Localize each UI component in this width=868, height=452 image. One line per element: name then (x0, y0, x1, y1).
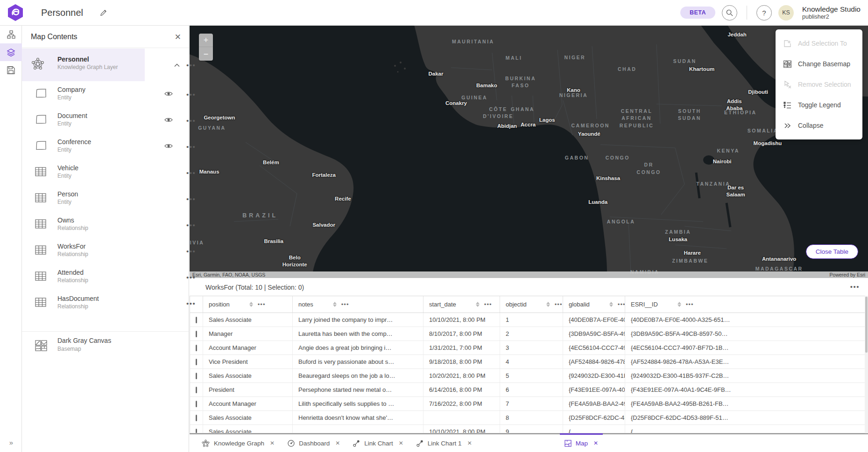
tab-link-chart-1[interactable]: Link Chart 1 ✕ (410, 434, 479, 452)
row-select-cell[interactable] (190, 369, 203, 382)
table-row[interactable]: Sales Associate…10/10/2021, 8:00 PM9{…{… (190, 425, 868, 433)
layer-item-conference[interactable]: Conference Entity ••• (22, 133, 189, 160)
visibility-eye-icon[interactable] (164, 90, 173, 98)
layer-item-attended[interactable]: Attended Relationship ••• (22, 264, 189, 290)
tab-dashboard[interactable]: Dashboard ✕ (281, 434, 346, 452)
layer-item-hasdocument[interactable]: HasDocument Relationship ••• (22, 290, 189, 316)
search-button[interactable] (722, 5, 737, 21)
column-options-icon[interactable]: ••• (555, 301, 563, 308)
row-select-cell[interactable] (190, 355, 203, 369)
basemap-item[interactable]: Dark Gray Canvas Basemap (22, 335, 189, 358)
row-select-cell[interactable] (190, 341, 203, 355)
layer-options-icon[interactable]: ••• (186, 143, 196, 151)
zoom-out-button[interactable]: − (199, 47, 213, 61)
sort-icon[interactable] (333, 302, 337, 307)
sort-icon[interactable] (677, 302, 681, 307)
table-row[interactable]: Account ManagerAngie does a great job br… (190, 341, 868, 355)
sort-icon[interactable] (476, 302, 480, 307)
layer-options-icon[interactable]: ••• (186, 61, 196, 69)
table-options-icon[interactable]: ••• (850, 283, 860, 291)
save-tool[interactable] (0, 61, 22, 79)
row-select-cell[interactable] (190, 411, 203, 424)
layer-item-document[interactable]: Document Entity ••• (22, 107, 189, 133)
column-options-icon[interactable]: ••• (484, 301, 492, 308)
layer-options-icon[interactable]: ••• (186, 299, 196, 307)
layer-item-owns[interactable]: Owns Relationship ••• (22, 212, 189, 238)
chevron-up-icon[interactable] (174, 61, 180, 69)
table-row[interactable]: Vice PresidentBuford is very passionate … (190, 355, 868, 369)
column-options-icon[interactable]: ••• (341, 301, 349, 308)
close-panel-icon[interactable]: ✕ (175, 32, 181, 42)
row-checkbox[interactable] (196, 387, 197, 393)
layer-options-icon[interactable]: ••• (186, 90, 196, 98)
data-model-tool[interactable] (0, 26, 22, 43)
menu-item-collapse[interactable]: Collapse (776, 115, 862, 136)
row-checkbox[interactable] (196, 429, 197, 434)
sort-icon[interactable] (249, 302, 253, 307)
close-tab-icon[interactable]: ✕ (270, 440, 275, 446)
column-header-notes[interactable]: notes ••• (293, 296, 423, 313)
table-row[interactable]: PresidentPersephone started new metal o…… (190, 383, 868, 397)
column-header-start_date[interactable]: start_date ••• (423, 296, 500, 313)
close-tab-icon[interactable]: ✕ (467, 440, 472, 446)
row-select-cell[interactable] (190, 383, 203, 396)
row-checkbox[interactable] (196, 317, 197, 323)
table-row[interactable]: Sales AssociateBeauregard sleeps on the … (190, 369, 868, 383)
layer-options-icon[interactable]: ••• (186, 117, 196, 125)
column-options-icon[interactable]: ••• (258, 301, 266, 308)
zoom-in-button[interactable]: + (199, 34, 213, 47)
layer-item-company[interactable]: Company Entity ••• (22, 81, 189, 107)
close-tab-icon[interactable]: ✕ (399, 440, 403, 446)
sort-icon[interactable] (546, 302, 550, 307)
close-tab-icon[interactable]: ✕ (335, 440, 340, 446)
column-header-position[interactable]: position ••• (203, 296, 293, 313)
row-checkbox[interactable] (196, 415, 197, 421)
avatar[interactable]: KS (778, 5, 794, 21)
layer-item-vehicle[interactable]: Vehicle Entity ••• (22, 160, 189, 186)
layer-item-worksfor[interactable]: WorksFor Relationship ••• (22, 238, 189, 264)
row-checkbox[interactable] (196, 359, 197, 365)
row-checkbox[interactable] (196, 373, 197, 379)
tab-knowledge-graph[interactable]: Knowledge Graph ✕ (195, 434, 281, 452)
expand-rail-button[interactable]: » (0, 438, 22, 446)
close-table-button[interactable]: Close Table (806, 244, 858, 259)
row-checkbox[interactable] (196, 345, 197, 351)
layer-item-person[interactable]: Person Entity ••• (22, 186, 189, 212)
close-tab-icon[interactable]: ✕ (593, 440, 598, 446)
menu-item-toggle-legend[interactable]: Toggle Legend (776, 95, 862, 115)
account-info[interactable]: Knowledge Studio publisher2 (802, 5, 861, 20)
row-select-cell[interactable] (190, 397, 203, 410)
help-button[interactable]: ? (756, 5, 772, 21)
column-header-objectid[interactable]: objectid ••• (500, 296, 563, 313)
layer-options-icon[interactable]: ••• (186, 195, 196, 203)
layer-options-icon[interactable]: ••• (186, 247, 196, 255)
layer-options-icon[interactable]: ••• (186, 169, 196, 177)
visibility-eye-icon[interactable] (164, 142, 173, 151)
layer-group-personnel[interactable]: Personnel Knowledge Graph Layer ••• (22, 49, 189, 81)
column-options-icon[interactable]: ••• (686, 301, 694, 308)
tab-link-chart[interactable]: Link Chart ✕ (346, 434, 410, 452)
row-checkbox[interactable] (196, 331, 197, 337)
row-select-cell[interactable] (190, 425, 203, 433)
map-contents-tool[interactable] (0, 43, 22, 61)
menu-item-change-basemap[interactable]: Change Basemap (776, 54, 862, 74)
polygon-icon (35, 114, 47, 126)
visibility-eye-icon[interactable] (164, 116, 173, 125)
row-select-cell[interactable] (190, 327, 203, 341)
layer-options-icon[interactable]: ••• (186, 221, 196, 229)
table-scrollbar[interactable] (865, 296, 868, 433)
column-header-esri__id[interactable]: ESRI__ID ••• (625, 296, 868, 313)
column-header-globalid[interactable]: globalid ••• (563, 296, 625, 313)
tab-map[interactable]: Map ✕ (558, 434, 605, 452)
layer-options-icon[interactable]: ••• (186, 273, 196, 281)
sort-icon[interactable] (609, 302, 613, 307)
table-row[interactable]: Sales AssociateHenrietta doesn't know wh… (190, 411, 868, 425)
edit-title-icon[interactable] (100, 9, 107, 16)
table-row[interactable]: Sales AssociateLarry joined the company … (190, 313, 868, 327)
map-view[interactable]: MAURITANIAMALINIGERCHADSUDANBURKINA FASO… (190, 26, 868, 278)
row-checkbox[interactable] (196, 401, 197, 407)
table-row[interactable]: ManagerLauretta has been with the comp…8… (190, 327, 868, 341)
row-select-cell[interactable] (190, 313, 203, 327)
table-row[interactable]: Account ManagerLilith specifically sells… (190, 397, 868, 411)
column-options-icon[interactable]: ••• (618, 301, 625, 308)
